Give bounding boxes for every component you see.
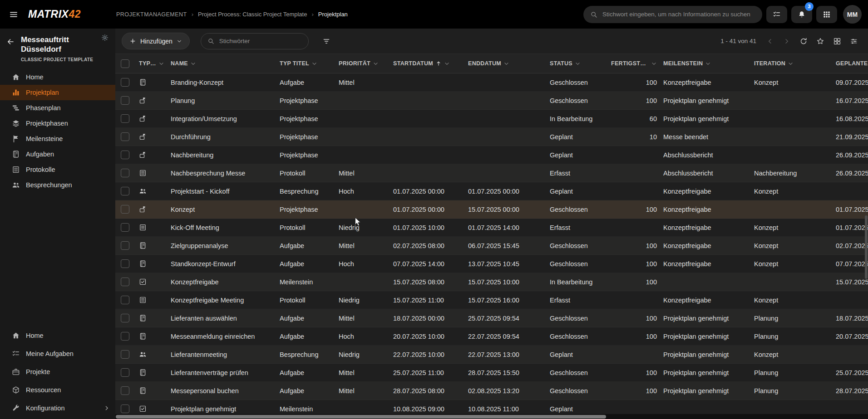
breadcrumb-item-projektplan[interactable]: Projektplan — [318, 11, 348, 18]
project-settings-button[interactable] — [99, 32, 111, 44]
breadcrumb-item-project-process-classic-projec[interactable]: Project Process: Classic Project Templat… — [198, 11, 307, 18]
sidebar-item-protokolle[interactable]: Protokolle — [0, 162, 115, 177]
breadcrumb-item-projektmanagement[interactable]: PROJEKTMANAGEMENT — [116, 11, 187, 18]
column-header-iteration[interactable]: ITERATION — [754, 60, 836, 67]
favorite-button[interactable] — [814, 34, 827, 48]
row-checkbox[interactable] — [121, 223, 129, 232]
chevron-down-icon[interactable] — [705, 61, 711, 67]
avatar[interactable]: MM — [843, 5, 862, 24]
table-row-projektplan-genehmigt[interactable]: Projektplan genehmigtMeilenstein10.08.20… — [115, 400, 868, 414]
row-checkbox[interactable] — [121, 151, 129, 159]
table-row-durchführung[interactable]: DurchführungProjektphaseGeplant10Messe b… — [115, 128, 868, 146]
table-row-nachbesprechung-messe[interactable]: Nachbesprechung MesseProtokollMittelErfa… — [115, 164, 868, 182]
global-search[interactable] — [583, 6, 762, 23]
column-header-geplantes[interactable]: GEPLANTES — [836, 60, 868, 67]
sidebar-item-projektplan[interactable]: Projektplan — [0, 85, 115, 100]
sidebar-item-home[interactable]: Home — [0, 69, 115, 85]
sidebar-item-projekte[interactable]: Projekte — [0, 363, 115, 381]
select-all-checkbox[interactable] — [121, 59, 129, 68]
view-settings-button[interactable] — [847, 34, 861, 48]
back-button[interactable] — [4, 35, 17, 48]
vertical-scrollbar[interactable] — [865, 215, 868, 279]
row-checkbox[interactable] — [121, 278, 129, 286]
row-checkbox[interactable] — [121, 205, 129, 214]
prev-page-button[interactable] — [763, 34, 777, 48]
table-row-lieferantenmeeting[interactable]: LieferantenmeetingBesprechungNiedrig22.0… — [115, 346, 868, 364]
column-header-name[interactable]: NAME — [171, 60, 280, 67]
column-header-startdatum[interactable]: STARTDATUM — [393, 60, 468, 67]
table-row-kick-off-meeting[interactable]: Kick-Off MeetingProtokollNiedrig01.07.20… — [115, 219, 868, 237]
table-row-projektstart-kickoff[interactable]: Projektstart - KickoffBesprechungHoch01.… — [115, 182, 868, 200]
table-row-branding-konzept[interactable]: Branding-KonzeptAufgabeMittelGeschlossen… — [115, 73, 868, 92]
column-header-status[interactable]: STATUS — [550, 60, 611, 67]
chevron-down-icon[interactable] — [311, 61, 317, 67]
column-header-typ_titel[interactable]: TYP TITEL — [280, 60, 339, 67]
table-row-messeanmeldung-einreichen[interactable]: Messeanmeldung einreichenAufgabeHoch20.0… — [115, 327, 868, 346]
row-checkbox[interactable] — [121, 114, 129, 123]
sidebar-item-projektphasen[interactable]: Projektphasen — [0, 116, 115, 131]
keyword-search-input[interactable] — [218, 37, 302, 45]
column-header-fertigstellung[interactable]: FERTIGSTEL... — [611, 60, 663, 67]
column-header-type_icon[interactable]: TYP IC... — [139, 60, 171, 67]
table-row-integration-umsetzung[interactable]: Integration/UmsetzungProjektphaseIn Bear… — [115, 110, 868, 128]
row-checkbox[interactable] — [121, 132, 129, 141]
row-checkbox[interactable] — [121, 368, 129, 377]
matrix42-logo[interactable]: MATRIX42 — [28, 8, 81, 20]
keyword-search[interactable] — [201, 33, 309, 49]
add-button[interactable]: Hinzufügen — [122, 33, 190, 49]
chevron-down-icon[interactable] — [190, 61, 196, 67]
sidebar-item-meilensteine[interactable]: Meilensteine — [0, 131, 115, 146]
column-header-enddatum[interactable]: ENDDATUM — [468, 60, 550, 67]
row-checkbox[interactable] — [121, 386, 129, 395]
table-row-messepersonal-buchen[interactable]: Messepersonal buchenAufgabeMittel28.07.2… — [115, 382, 868, 400]
tasks-checklist-button[interactable] — [766, 6, 787, 23]
chevron-down-icon[interactable] — [158, 61, 164, 67]
layout-button[interactable] — [830, 34, 844, 48]
table-row-lieferanten-auswählen[interactable]: Lieferanten auswählenAufgabeMittel18.07.… — [115, 309, 868, 327]
table-row-konzeptfreigabe[interactable]: KonzeptfreigabeMeilenstein15.07.2025 08:… — [115, 273, 868, 291]
sidebar-item-ressourcen[interactable]: Ressourcen — [0, 381, 115, 399]
column-header-meilenstein[interactable]: MEILENSTEIN — [663, 60, 754, 67]
row-checkbox[interactable] — [121, 314, 129, 322]
horizontal-scrollbar-thumb[interactable] — [116, 415, 606, 419]
column-header-prioritaet[interactable]: PRIORITÄT — [339, 60, 393, 67]
row-checkbox[interactable] — [121, 96, 129, 105]
cell-enddatum: 06.07.2025 15:45 — [468, 242, 550, 249]
table-row-konzept[interactable]: KonzeptProjektphase01.07.2025 00:0015.07… — [115, 200, 868, 219]
chevron-down-icon[interactable] — [444, 61, 450, 67]
row-checkbox[interactable] — [121, 187, 129, 195]
row-checkbox[interactable] — [121, 404, 129, 413]
row-checkbox[interactable] — [121, 241, 129, 250]
global-search-input[interactable] — [602, 10, 755, 18]
row-checkbox[interactable] — [121, 332, 129, 341]
sidebar-item-konfiguration[interactable]: Konfiguration — [0, 399, 115, 417]
row-checkbox[interactable] — [121, 169, 129, 177]
table-row-konzeptfreigabe-meeting[interactable]: Konzeptfreigabe MeetingProtokollNiedrig1… — [115, 291, 868, 309]
sidebar-item-phasenplan[interactable]: Phasenplan — [0, 100, 115, 116]
row-checkbox[interactable] — [121, 296, 129, 304]
row-checkbox[interactable] — [121, 78, 129, 87]
chevron-down-icon[interactable] — [373, 61, 379, 67]
chevron-down-icon[interactable] — [651, 61, 657, 67]
next-page-button[interactable] — [780, 34, 794, 48]
filter-button[interactable] — [320, 34, 333, 48]
horizontal-scrollbar[interactable] — [115, 414, 868, 419]
notifications-button[interactable]: 3 — [791, 6, 812, 23]
table-row-planung[interactable]: PlanungProjektphaseGeschlossen100Projekt… — [115, 92, 868, 110]
table-row-lieferantenverträge-prüfen[interactable]: Lieferantenverträge prüfenAufgabeMittel2… — [115, 364, 868, 382]
row-checkbox[interactable] — [121, 259, 129, 268]
table-row-zielgruppenanalyse[interactable]: ZielgruppenanalyseAufgabeMittel02.07.202… — [115, 237, 868, 255]
chevron-down-icon[interactable] — [503, 61, 509, 67]
menu-button[interactable] — [4, 5, 24, 24]
sidebar-item-aufgaben[interactable]: Aufgaben — [0, 146, 115, 162]
row-checkbox[interactable] — [121, 350, 129, 359]
app-switcher-button[interactable] — [816, 6, 837, 23]
refresh-button[interactable] — [797, 34, 810, 48]
table-row-standkonzept-entwurf[interactable]: Standkonzept-EntwurfAufgabeHoch07.07.202… — [115, 255, 868, 273]
table-row-nachbereitung[interactable]: NachbereitungProjektphaseGeplantAbschlus… — [115, 146, 868, 164]
sidebar-item-besprechungen[interactable]: Besprechungen — [0, 177, 115, 193]
sidebar-item-home[interactable]: Home — [0, 326, 115, 345]
sidebar-item-meine-aufgaben[interactable]: Meine Aufgaben — [0, 345, 115, 363]
chevron-down-icon[interactable] — [575, 61, 581, 67]
chevron-down-icon[interactable] — [788, 61, 794, 67]
